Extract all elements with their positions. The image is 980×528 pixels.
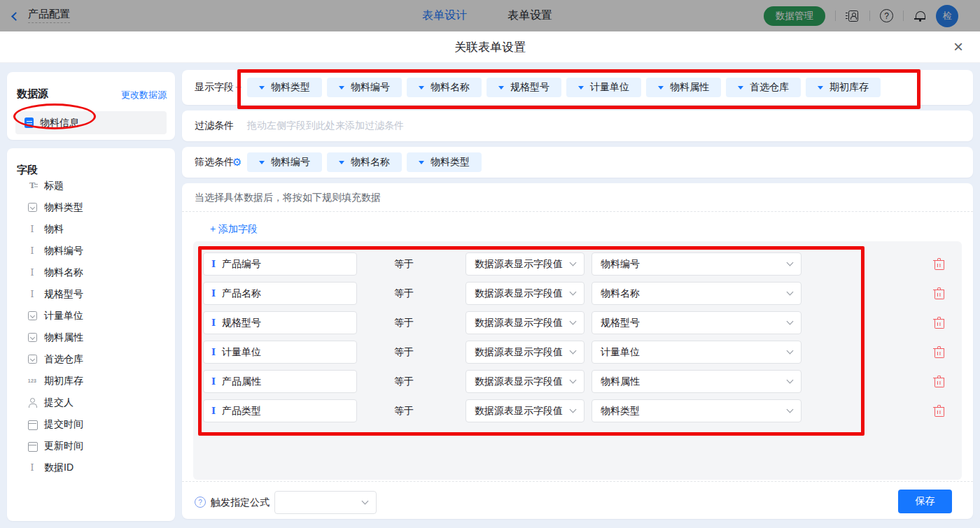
rule-value-select[interactable]: 规格型号 bbox=[592, 311, 802, 334]
rule-target-field[interactable]: I 产品名称 bbox=[203, 282, 357, 305]
rule-value: 规格型号 bbox=[601, 317, 640, 329]
screen-filter-tag[interactable]: 物料名称 bbox=[327, 152, 402, 172]
text-field-icon: I bbox=[211, 406, 216, 416]
change-datasource-link[interactable]: 更改数据源 bbox=[121, 89, 167, 101]
modal-dim-overlay bbox=[0, 0, 980, 31]
rule-operator: 等于 bbox=[394, 258, 415, 271]
display-field-tag[interactable]: 计量单位 bbox=[566, 78, 641, 97]
field-type-icon bbox=[27, 332, 38, 343]
formula-select[interactable] bbox=[274, 491, 377, 514]
tag-label: 物料属性 bbox=[670, 81, 709, 94]
chevron-down-icon bbox=[570, 348, 577, 355]
fill-rules-card: 当选择具体数据后，将按如下规则填充数据 + 添加字段 I 产品编号 等于 数据源… bbox=[182, 183, 973, 519]
rule-value-select[interactable]: 计量单位 bbox=[592, 341, 802, 364]
tag-label: 计量单位 bbox=[590, 81, 629, 94]
field-item-label: 首选仓库 bbox=[44, 353, 83, 366]
rule-row: I 产品属性 等于 数据源表显示字段值 物料属性 bbox=[203, 370, 952, 393]
rule-value: 物料类型 bbox=[601, 405, 640, 418]
rule-source-value: 数据源表显示字段值 bbox=[475, 376, 563, 388]
delete-rule-icon[interactable] bbox=[934, 259, 944, 270]
display-field-tag[interactable]: 物料属性 bbox=[646, 78, 721, 97]
rule-target-field[interactable]: I 规格型号 bbox=[203, 311, 357, 334]
field-item-label: 物料类型 bbox=[44, 201, 83, 214]
chevron-down-icon bbox=[570, 406, 577, 413]
field-item[interactable]: 物料编号 bbox=[7, 240, 175, 262]
field-item-label: 标题 bbox=[44, 180, 64, 192]
field-item[interactable]: 数据ID bbox=[7, 457, 175, 478]
field-item[interactable]: 规格型号 bbox=[7, 283, 175, 305]
display-field-tag[interactable]: 首选仓库 bbox=[726, 78, 801, 97]
formula-help-icon[interactable]: ? bbox=[195, 497, 206, 508]
field-item[interactable]: 期初库存 bbox=[7, 370, 175, 392]
rule-target-field[interactable]: I 产品属性 bbox=[203, 370, 357, 393]
add-display-field-button[interactable]: + bbox=[235, 70, 241, 105]
field-item-label: 更新时间 bbox=[44, 440, 83, 452]
field-item[interactable]: 首选仓库 bbox=[7, 348, 175, 370]
field-item[interactable]: 提交人 bbox=[7, 392, 175, 413]
rule-value: 物料名称 bbox=[601, 287, 640, 300]
field-type-icon bbox=[27, 180, 38, 192]
rule-source-select[interactable]: 数据源表显示字段值 bbox=[465, 399, 584, 422]
rule-value-select[interactable]: 物料类型 bbox=[592, 399, 802, 422]
form-icon bbox=[24, 117, 34, 128]
field-item-label: 物料名称 bbox=[44, 266, 83, 279]
text-field-icon: I bbox=[211, 288, 216, 299]
rule-value-select[interactable]: 物料编号 bbox=[592, 252, 802, 276]
chevron-down-icon bbox=[787, 377, 794, 384]
datasource-panel: 数据源 更改数据源 物料信息 bbox=[7, 72, 175, 140]
field-item[interactable]: 计量单位 bbox=[7, 305, 175, 327]
screen-filter-tag[interactable]: 物料类型 bbox=[407, 152, 482, 172]
field-type-icon bbox=[27, 311, 38, 322]
rule-target-field[interactable]: I 产品编号 bbox=[203, 252, 357, 276]
screen-filter-tag[interactable]: 物料编号 bbox=[247, 152, 322, 172]
rule-operator: 等于 bbox=[394, 346, 415, 359]
display-field-tag[interactable]: 物料编号 bbox=[327, 78, 402, 97]
rule-operator: 等于 bbox=[394, 376, 415, 388]
rule-value-select[interactable]: 物料属性 bbox=[592, 370, 802, 393]
rule-source-value: 数据源表显示字段值 bbox=[475, 287, 563, 300]
field-item[interactable]: 物料名称 bbox=[7, 262, 175, 283]
rule-source-select[interactable]: 数据源表显示字段值 bbox=[465, 341, 584, 364]
display-field-tag[interactable]: 物料类型 bbox=[247, 78, 322, 97]
rule-row: I 产品名称 等于 数据源表显示字段值 物料名称 bbox=[203, 282, 952, 305]
dropdown-caret-icon bbox=[259, 86, 265, 90]
rule-target-field[interactable]: I 产品类型 bbox=[203, 399, 357, 422]
field-item[interactable]: 标题 bbox=[7, 175, 175, 197]
field-item[interactable]: 提交时间 bbox=[7, 413, 175, 435]
display-field-tag[interactable]: 期初库存 bbox=[806, 78, 881, 97]
delete-rule-icon[interactable] bbox=[934, 376, 944, 387]
filter-dropzone[interactable]: 拖动左侧字段到此处来添加过滤条件 bbox=[247, 110, 404, 141]
rule-source-select[interactable]: 数据源表显示字段值 bbox=[465, 252, 584, 276]
delete-rule-icon[interactable] bbox=[934, 317, 944, 329]
rule-source-select[interactable]: 数据源表显示字段值 bbox=[465, 370, 584, 393]
rule-source-select[interactable]: 数据源表显示字段值 bbox=[465, 282, 584, 305]
chevron-down-icon bbox=[570, 377, 577, 384]
display-field-tag[interactable]: 规格型号 bbox=[486, 78, 561, 97]
field-item[interactable]: 物料类型 bbox=[7, 197, 175, 218]
datasource-item-selected[interactable]: 物料信息 bbox=[15, 111, 167, 134]
rule-target-label: 产品名称 bbox=[222, 287, 261, 300]
field-list: 标题 物料类型 物料 物料编号 bbox=[7, 175, 175, 478]
rule-target-field[interactable]: I 计量单位 bbox=[203, 341, 357, 364]
field-item-label: 物料属性 bbox=[44, 331, 83, 344]
field-item-label: 数据ID bbox=[44, 462, 74, 474]
gear-icon[interactable]: ⚙ bbox=[232, 147, 241, 178]
text-field-icon: I bbox=[211, 317, 216, 328]
field-item-label: 计量单位 bbox=[44, 310, 83, 322]
rule-value-select[interactable]: 物料名称 bbox=[592, 282, 802, 305]
field-item[interactable]: 物料 bbox=[7, 218, 175, 240]
field-item[interactable]: 物料属性 bbox=[7, 327, 175, 348]
display-field-tag[interactable]: 物料名称 bbox=[407, 78, 482, 97]
screen-filter-tags: 物料编号 物料名称 物料类型 bbox=[247, 152, 482, 172]
save-button[interactable]: 保存 bbox=[898, 490, 952, 513]
close-icon[interactable]: × bbox=[953, 31, 963, 62]
rule-source-value: 数据源表显示字段值 bbox=[475, 258, 563, 271]
rule-source-select[interactable]: 数据源表显示字段值 bbox=[465, 311, 584, 334]
display-fields-card: 显示字段 + 物料类型 物料编号 物料名称 bbox=[182, 70, 973, 105]
field-item[interactable]: 更新时间 bbox=[7, 435, 175, 457]
delete-rule-icon[interactable] bbox=[934, 406, 944, 417]
rule-row: I 规格型号 等于 数据源表显示字段值 规格型号 bbox=[203, 311, 952, 334]
delete-rule-icon[interactable] bbox=[934, 347, 944, 358]
delete-rule-icon[interactable] bbox=[934, 288, 944, 299]
add-field-button[interactable]: + 添加字段 bbox=[210, 222, 258, 236]
